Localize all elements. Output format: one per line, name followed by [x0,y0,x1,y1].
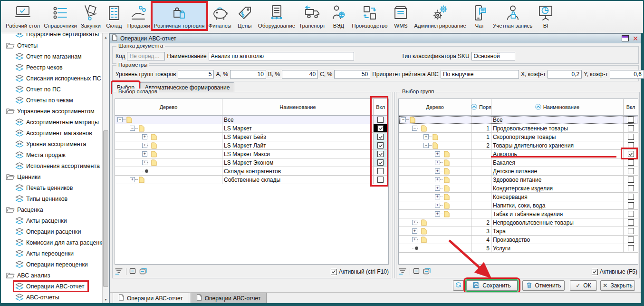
active-filter-checkbox[interactable]: Активный (ctrl F10) [331,268,389,275]
tree-cell[interactable] [115,167,222,176]
sidebar-item[interactable]: Операции АВС-отчет [1,281,103,292]
tree-cell[interactable]: + [115,141,222,150]
sidebar-item[interactable]: Списания испорченных ПС [1,73,103,84]
table-row[interactable]: +Кондитерские изделия [399,184,638,193]
name-cell[interactable]: Производство [491,236,624,244]
refresh-button[interactable] [453,280,464,291]
collapse-node-icon[interactable]: − [423,143,429,148]
name-cell[interactable]: Напитки, соки, вода [491,201,624,210]
checkbox[interactable] [628,125,634,131]
checkbox[interactable] [377,117,384,123]
table-row[interactable]: −2Товары длительного хранения [399,141,638,150]
document-tab[interactable]: Операции АВС-отчет [113,293,189,303]
sidebar-item[interactable]: Отчет по ПС [1,84,103,95]
name-cell[interactable]: LS Маркет Лайт [222,141,374,150]
vkl-cell[interactable] [624,141,638,150]
name-cell[interactable]: Продовольственные товары [491,124,624,133]
toolbar-item-cycle-squares[interactable]: Производство [350,2,389,30]
vkl-cell[interactable] [624,218,638,227]
sidebar-item[interactable]: АВС-отчеты [1,292,103,303]
toolbar-item-truck[interactable]: Транспорт [297,2,327,30]
vkl-cell[interactable] [624,193,638,201]
sidebar-item[interactable]: Операции переоценки [1,259,103,270]
expand-node-icon[interactable]: + [412,228,417,234]
vkl-cell[interactable] [374,167,387,176]
checkbox[interactable] [628,211,634,217]
abc-priority-field[interactable] [441,70,519,79]
table-row[interactable]: −Все [399,116,638,124]
toolbar-item-desktop[interactable]: Рабочий стол [4,2,42,30]
name-cell[interactable]: Склады контрагентов [222,167,374,176]
collapse-all-icon[interactable] [139,267,147,276]
sidebar-item[interactable]: Места продаж [1,149,103,160]
vkl-cell[interactable] [624,150,638,158]
checkbox[interactable] [377,177,384,183]
checkbox[interactable] [628,237,634,243]
table-row[interactable]: −Все [115,116,388,124]
collapse-node-icon[interactable]: − [412,126,417,131]
sidebar-item[interactable]: Исполнения ассортимента [1,160,103,171]
toolbar-item-person-globe[interactable]: ВЭД [327,2,350,30]
tree-cell[interactable]: − [399,141,471,150]
expand-node-icon[interactable]: + [412,220,417,225]
expand-node-icon[interactable]: + [435,168,440,174]
sidebar-item[interactable]: Комиссии для акта расценки [1,237,103,248]
checkbox[interactable] [628,159,634,166]
expand-node-icon[interactable]: + [142,134,147,139]
vkl-cell[interactable] [624,184,638,193]
tree-cell[interactable]: − [399,124,471,133]
expand-node-icon[interactable]: + [435,211,440,217]
expand-node-icon[interactable]: + [435,160,440,165]
table-row[interactable]: +LS Маркет Лайт [115,141,388,150]
tree-cell[interactable]: + [399,184,471,193]
table-row[interactable]: +LS Маркет Бейз [115,133,388,141]
tree-cell[interactable]: + [399,193,471,201]
expand-node-icon[interactable]: + [435,151,440,157]
column-header-Дерево[interactable]: Дерево [115,99,222,116]
sidebar-item[interactable]: Ассортиментные матрицы [1,117,103,128]
toolbar-item-package[interactable]: WMS [389,2,412,30]
tree-cell[interactable]: + [115,158,222,167]
sidebar-item[interactable]: Уровни ассортимента [1,138,103,149]
active-filter-checkbox[interactable]: Активные (F5) [592,268,637,275]
toolbar-item-sales-hand[interactable]: Продажи [125,2,152,30]
column-header-Вкл[interactable]: Вкл [624,99,638,116]
name-cell[interactable]: Здоровое питание [491,176,624,184]
y-coef-field[interactable] [610,70,644,79]
name-cell[interactable]: LS Маркет [222,124,374,133]
expand-node-icon[interactable]: + [142,143,147,148]
toolbar-item-warehouse[interactable]: Склад [103,2,125,30]
vkl-cell[interactable] [374,133,387,141]
vkl-cell[interactable] [624,227,638,236]
name-cell[interactable]: Непродовольтсвенные товары [491,218,624,227]
level-field[interactable] [178,70,214,79]
column-header-Наименование[interactable]: Наименование [491,99,624,116]
tree-cell[interactable]: + [399,236,471,244]
sidebar-item[interactable]: Акты переоценки [1,248,103,259]
tree-cell[interactable]: + [399,218,471,227]
table-row[interactable]: 5Услуги [399,244,638,253]
vkl-cell[interactable] [624,158,638,167]
tree-cell[interactable]: + [399,176,471,184]
expand-node-icon[interactable]: + [435,186,440,191]
toolbar-item-phone-chat[interactable]: Чат [468,2,491,30]
table-row[interactable]: +LS Маркет Макси [115,150,388,158]
checkbox[interactable] [377,151,384,157]
checkbox[interactable] [628,142,634,148]
checkbox[interactable] [628,194,634,200]
expand-node-icon[interactable]: + [435,177,440,182]
sidebar-item[interactable]: Операции расценки [1,226,103,237]
table-row[interactable]: +Табак и табачные изделия [399,210,638,218]
tree-cell[interactable]: + [399,133,471,141]
vkl-cell[interactable] [624,236,638,244]
checkbox[interactable] [377,125,384,131]
checkbox[interactable] [377,134,384,140]
column-header-Наименование[interactable]: Наименование [222,99,374,116]
checkbox[interactable] [628,151,634,157]
name-cell[interactable]: Бакалея [491,158,624,167]
toolbar-item-piggy-bank[interactable]: Финансы [207,2,233,30]
code-field[interactable] [127,52,165,60]
collapse-all-icon[interactable] [423,267,431,276]
name-cell[interactable]: Все [222,116,374,124]
tree-cell[interactable]: + [399,167,471,176]
